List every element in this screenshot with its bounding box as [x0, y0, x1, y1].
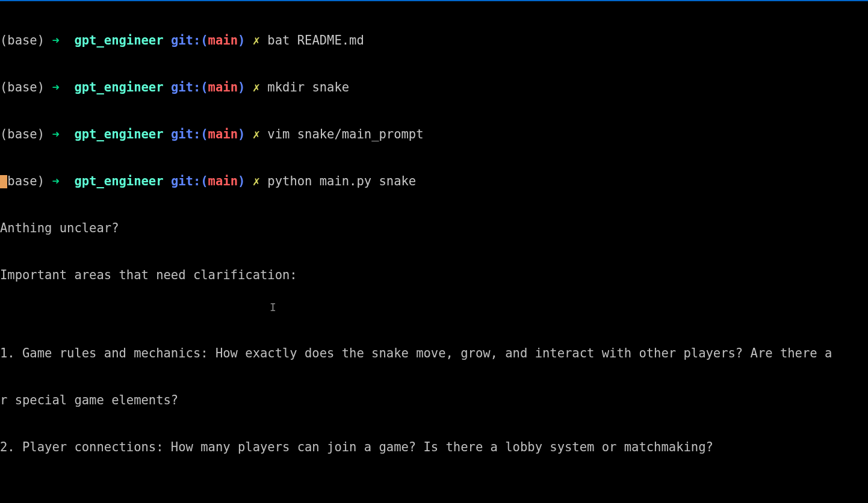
- git-paren-close: ): [238, 33, 245, 48]
- prompt-line-2: (base) ➜ gpt_engineer git:(main) ✗ mkdir…: [0, 79, 868, 95]
- output-line: Important areas that need clarification:: [0, 267, 868, 283]
- terminal-viewport[interactable]: (base) ➜ gpt_engineer git:(main) ✗ bat R…: [0, 1, 868, 502]
- env-name: (base): [0, 127, 45, 141]
- git-dirty-icon: ✗: [253, 174, 260, 188]
- command-text: mkdir snake: [267, 80, 349, 94]
- git-paren-open: (: [200, 174, 208, 188]
- prompt-line-4: (base) ➜ gpt_engineer git:(main) ✗ pytho…: [0, 173, 868, 189]
- command-text: bat README.md: [267, 33, 364, 48]
- prompt-arrow-icon: ➜: [52, 174, 59, 188]
- command-text: vim snake/main_prompt: [267, 127, 423, 141]
- env-name: (base): [0, 33, 45, 48]
- prompt-line-3: (base) ➜ gpt_engineer git:(main) ✗ vim s…: [0, 126, 868, 142]
- git-label: git:: [171, 80, 200, 94]
- text-cursor-icon: I: [270, 300, 276, 315]
- terminal-cursor: [0, 175, 7, 188]
- git-paren-close: ): [238, 174, 245, 188]
- prompt-arrow-icon: ➜: [52, 33, 59, 48]
- output-line: Anthing unclear?: [0, 220, 868, 236]
- cwd: gpt_engineer: [74, 127, 163, 141]
- git-label: git:: [171, 174, 200, 188]
- git-paren-close: ): [238, 80, 245, 94]
- git-paren-open: (: [200, 80, 208, 94]
- output-line: r special game elements?: [0, 392, 868, 408]
- git-branch: main: [208, 174, 238, 188]
- git-branch: main: [208, 127, 238, 141]
- git-dirty-icon: ✗: [253, 127, 260, 141]
- prompt-arrow-icon: ➜: [52, 80, 59, 94]
- command-text: python main.py snake: [267, 174, 416, 188]
- cwd: gpt_engineer: [74, 33, 163, 48]
- output-line: 2. Player connections: How many players …: [0, 439, 868, 455]
- prompt-arrow-icon: ➜: [52, 127, 59, 141]
- git-dirty-icon: ✗: [253, 33, 260, 48]
- git-paren-close: ): [238, 127, 245, 141]
- cwd: gpt_engineer: [74, 80, 163, 94]
- git-branch: main: [208, 33, 238, 48]
- cwd: gpt_engineer: [74, 174, 163, 188]
- git-label: git:: [171, 127, 200, 141]
- git-label: git:: [171, 33, 200, 48]
- git-branch: main: [208, 80, 238, 94]
- git-paren-open: (: [200, 33, 208, 48]
- env-name: (base): [0, 80, 45, 94]
- git-dirty-icon: ✗: [253, 80, 260, 94]
- git-paren-open: (: [200, 127, 208, 141]
- prompt-line-1: (base) ➜ gpt_engineer git:(main) ✗ bat R…: [0, 32, 868, 48]
- output-line: 1. Game rules and mechanics: How exactly…: [0, 345, 868, 361]
